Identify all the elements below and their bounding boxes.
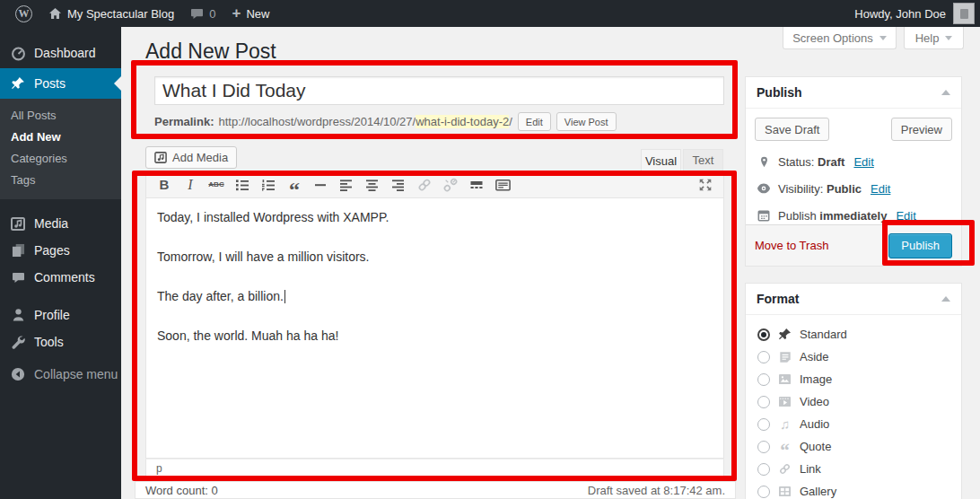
format-box-title: Format [757, 292, 799, 306]
post-visibility-row: Visibility: Public Edit [746, 175, 961, 202]
horizontal-rule-icon[interactable] [309, 174, 332, 196]
distraction-free-icon[interactable] [694, 174, 717, 196]
link-chain-icon [777, 462, 792, 476]
radio-unselected[interactable] [757, 486, 770, 498]
screen-options-tab[interactable]: Screen Options [783, 27, 897, 49]
sidebar-item-label: Posts [34, 76, 66, 91]
view-post-button[interactable]: View Post [556, 112, 617, 131]
collapse-toggle-icon[interactable] [941, 296, 950, 302]
submenu-add-new[interactable]: Add New [0, 127, 121, 148]
link-icon[interactable] [413, 174, 436, 196]
sidebar-item-label: Collapse menu [34, 367, 118, 381]
image-icon [777, 373, 792, 385]
radio-unselected[interactable] [757, 351, 770, 363]
sidebar-item-comments[interactable]: Comments [0, 264, 121, 291]
wordpress-logo-menu[interactable]: W [7, 0, 40, 27]
eye-icon [757, 183, 771, 194]
video-icon [777, 396, 792, 407]
profile-person-icon [10, 308, 26, 322]
edit-visibility-link[interactable]: Edit [871, 182, 890, 196]
wordpress-logo-icon: W [15, 5, 32, 22]
comment-count: 0 [209, 7, 215, 21]
format-option-image[interactable]: Image [746, 368, 961, 390]
unlink-icon[interactable] [439, 174, 462, 196]
format-option-video[interactable]: Video [746, 390, 961, 413]
editor-statusbar: p [145, 459, 724, 478]
sidebar-item-pages[interactable]: Pages [0, 237, 121, 264]
help-tab[interactable]: Help [904, 27, 964, 49]
sidebar-item-label: Tools [34, 335, 64, 349]
help-label: Help [915, 31, 940, 45]
format-option-link[interactable]: Link [746, 458, 961, 480]
move-to-trash-link[interactable]: Move to Trash [755, 239, 828, 252]
format-option-gallery[interactable]: Gallery [746, 480, 961, 499]
new-label: New [246, 7, 269, 21]
save-draft-button[interactable]: Save Draft [755, 118, 829, 141]
permalink-slug[interactable]: what-i-did-today-2 [416, 115, 509, 128]
italic-icon[interactable]: I [179, 174, 202, 196]
site-name-link[interactable]: My Spectacular Blog [40, 0, 182, 27]
bold-icon[interactable]: B [153, 174, 176, 196]
radio-unselected[interactable] [757, 373, 770, 386]
editor-content[interactable]: Today, I installed Wordpress with XAMPP.… [145, 198, 724, 459]
editor-paragraph: Tomorrow, I will have a million visitors… [157, 250, 713, 265]
blockquote-icon[interactable]: “ [283, 174, 306, 196]
format-option-quote[interactable]: “ Quote [746, 435, 961, 458]
format-option-standard[interactable]: Standard [746, 323, 961, 346]
dashboard-gauge-icon [10, 46, 26, 61]
quote-icon: “ [777, 441, 792, 453]
strikethrough-icon[interactable]: ABC [205, 174, 228, 196]
format-option-aside[interactable]: Aside [746, 346, 961, 368]
edit-schedule-link[interactable]: Edit [896, 209, 915, 223]
tab-visual[interactable]: Visual [641, 149, 681, 171]
radio-unselected[interactable] [757, 396, 770, 408]
sidebar-item-posts[interactable]: Posts [0, 68, 121, 99]
permalink-label: Permalink: [154, 115, 214, 128]
radio-unselected[interactable] [757, 463, 770, 476]
radio-unselected[interactable] [757, 418, 770, 431]
submenu-all-posts[interactable]: All Posts [0, 105, 121, 127]
bullet-list-icon[interactable] [231, 174, 254, 196]
format-box-header[interactable]: Format [746, 284, 961, 315]
editor-paragraph: Today, I installed Wordpress with XAMPP. [157, 210, 713, 225]
add-media-button[interactable]: Add Media [145, 146, 237, 169]
numbered-list-icon[interactable] [257, 174, 280, 196]
radio-selected[interactable] [757, 328, 770, 341]
autosave-message: Draft saved at 8:17:42 am. [588, 484, 725, 497]
submenu-categories[interactable]: Categories [0, 148, 121, 170]
format-option-audio[interactable]: ♫ Audio [746, 413, 961, 435]
align-left-icon[interactable] [335, 174, 358, 196]
publish-button[interactable]: Publish [888, 233, 952, 258]
tab-text[interactable]: Text [683, 149, 723, 171]
submenu-tags[interactable]: Tags [0, 170, 121, 191]
collapse-toggle-icon[interactable] [941, 90, 950, 95]
post-title-input[interactable] [154, 76, 724, 105]
avatar[interactable] [953, 3, 975, 24]
word-count: Word count: 0 [145, 484, 218, 497]
align-right-icon[interactable] [387, 174, 410, 196]
sidebar-item-tools[interactable]: Tools [0, 328, 121, 355]
sidebar-item-media[interactable]: Media [0, 210, 121, 237]
sidebar-item-profile[interactable]: Profile [0, 302, 121, 328]
more-tag-icon[interactable] [465, 174, 488, 196]
sidebar-item-dashboard[interactable]: Dashboard [0, 38, 121, 68]
comments-bubble-link[interactable]: 0 [182, 0, 223, 27]
sidebar-item-label: Profile [34, 308, 70, 322]
radio-unselected[interactable] [757, 441, 770, 453]
publish-box-header[interactable]: Publish [746, 77, 961, 109]
toolbar-toggle-icon[interactable] [491, 174, 514, 196]
edit-permalink-button[interactable]: Edit [518, 112, 551, 131]
add-media-label: Add Media [172, 151, 228, 164]
page-title: Add New Post [145, 39, 276, 64]
plus-icon: + [232, 5, 241, 21]
add-media-icon [154, 152, 167, 163]
collapse-menu-button[interactable]: Collapse menu [0, 361, 121, 388]
align-center-icon[interactable] [361, 174, 384, 196]
preview-button[interactable]: Preview [891, 118, 952, 141]
chevron-down-icon [879, 36, 887, 40]
element-path[interactable]: p [156, 462, 162, 475]
edit-status-link[interactable]: Edit [853, 155, 873, 169]
new-content-menu[interactable]: + New [223, 0, 277, 27]
pages-icon [10, 243, 26, 258]
howdy-account-link[interactable]: Howdy, John Doe [854, 7, 946, 21]
